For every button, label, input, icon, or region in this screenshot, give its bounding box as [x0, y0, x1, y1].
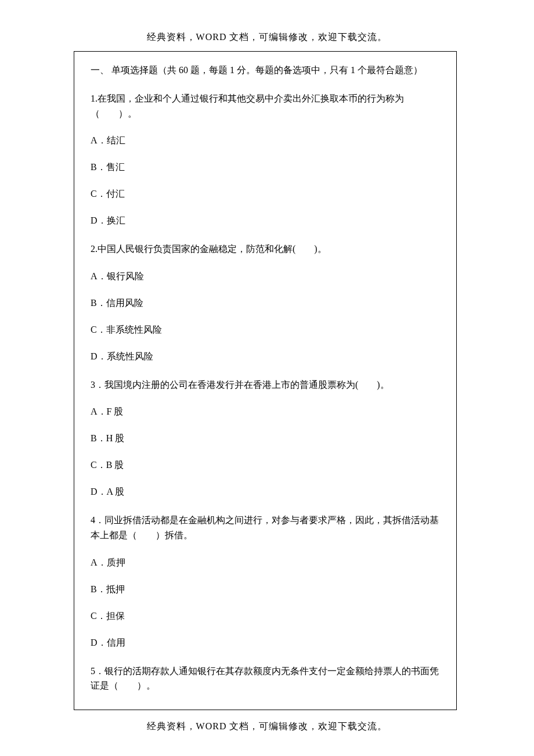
question-number: 3．	[91, 380, 104, 390]
page-footer: 经典资料，WORD 文档，可编辑修改，欢迎下载交流。	[0, 721, 534, 733]
page-header: 经典资料，WORD 文档，可编辑修改，欢迎下载交流。	[0, 31, 534, 44]
option-3b: B．H 股	[91, 431, 440, 445]
option-4a: A．质押	[91, 556, 440, 570]
option-1b: B．售汇	[91, 160, 440, 174]
question-1: 1.在我国，企业和个人通过银行和其他交易中介卖出外汇换取本币的行为称为（ ）。	[91, 91, 440, 121]
option-2d: D．系统性风险	[91, 350, 440, 363]
option-3c: C．B 股	[91, 458, 440, 472]
question-number: 4．	[91, 515, 104, 525]
question-body: 在我国，企业和个人通过银行和其他交易中介卖出外汇换取本币的行为称为（ ）。	[91, 93, 404, 118]
option-2c: C．非系统性风险	[91, 323, 440, 337]
option-1d: D．换汇	[91, 214, 440, 228]
option-1a: A．结汇	[91, 134, 440, 147]
question-number: 5．	[91, 666, 104, 676]
question-5: 5．银行的活期存款人通知银行在其存款额度内无条件支付一定金额给持票人的书面凭证是…	[91, 664, 440, 693]
question-3: 3．我国境内注册的公司在香港发行并在香港上市的普通股票称为( )。	[91, 377, 440, 393]
question-2: 2.中国人民银行负责国家的金融稳定，防范和化解( )。	[91, 242, 440, 257]
option-4d: D．信用	[91, 636, 440, 650]
question-body: 我国境内注册的公司在香港发行并在香港上市的普通股票称为( )。	[104, 380, 389, 390]
question-body: 同业拆借活动都是在金融机构之间进行，对参与者要求严格，因此，其拆借活动基本上都是…	[91, 515, 439, 540]
option-4c: C．担保	[91, 609, 440, 623]
option-1c: C．付汇	[91, 187, 440, 201]
question-4: 4．同业拆借活动都是在金融机构之间进行，对参与者要求严格，因此，其拆借活动基本上…	[91, 513, 440, 542]
option-3a: A．F 股	[91, 405, 440, 419]
option-2b: B．信用风险	[91, 296, 440, 310]
option-3d: D．A 股	[91, 485, 440, 499]
question-number: 2.	[91, 244, 98, 254]
question-number: 1.	[91, 93, 98, 103]
option-4b: B．抵押	[91, 582, 440, 596]
content-frame: 一、 单项选择题（共 60 题，每题 1 分。每题的备选项中，只有 1 个最符合…	[74, 51, 457, 710]
option-2a: A．银行风险	[91, 269, 440, 283]
question-body: 银行的活期存款人通知银行在其存款额度内无条件支付一定金额给持票人的书面凭证是（ …	[91, 666, 439, 691]
question-body: 中国人民银行负责国家的金融稳定，防范和化解( )。	[98, 244, 327, 254]
section-title: 一、 单项选择题（共 60 题，每题 1 分。每题的备选项中，只有 1 个最符合…	[91, 63, 440, 77]
